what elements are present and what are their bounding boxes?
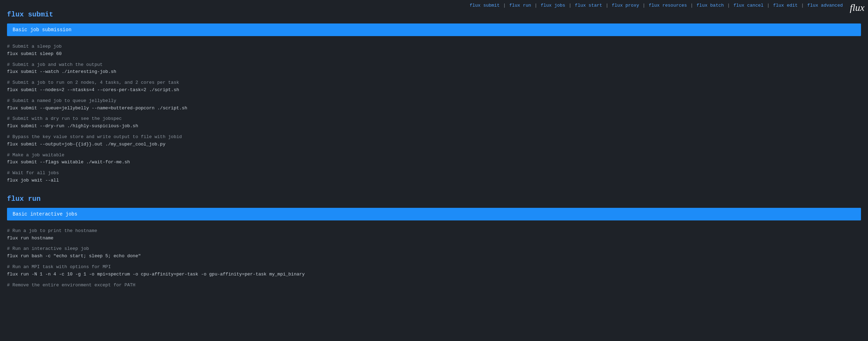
code-command: flux run -N 1 -n 4 -c 10 -g 1 -o mpi=spe… [7, 271, 861, 278]
code-comment: # Submit a named job to queue jellybelly [7, 97, 861, 105]
code-block: # Run an MPI task with options for MPIfl… [7, 264, 861, 278]
code-comment: # Wait for all jobs [7, 170, 861, 177]
flux-logo: flux [850, 2, 864, 13]
nav-flux-resources[interactable]: flux resources [649, 3, 687, 8]
code-command: flux submit --output=job-{{id}}.out ./my… [7, 141, 861, 148]
code-comment: # Run an interactive sleep job [7, 245, 861, 253]
nav-separator: | [798, 3, 806, 8]
code-command: flux submit --watch ./interesting-job.sh [7, 68, 861, 76]
section-title-section-flux-run: flux run [7, 195, 861, 203]
nav-separator: | [500, 3, 508, 8]
code-block: # Wait for all jobsflux job wait --all [7, 170, 861, 184]
nav-flux-cancel[interactable]: flux cancel [734, 3, 764, 8]
code-block: # Bypass the key value store and write o… [7, 134, 861, 148]
code-command: flux submit --dry-run ./highly-suspiciou… [7, 123, 861, 130]
main-content: flux submitBasic job submission# Submit … [0, 0, 868, 304]
code-comment: # Run a job to print the hostname [7, 227, 861, 235]
code-command: flux submit --nodes=2 --ntasks=4 --cores… [7, 87, 861, 94]
code-command: flux submit sleep 60 [7, 50, 861, 58]
code-block: # Run an interactive sleep jobflux run b… [7, 245, 861, 260]
code-block: # Submit a named job to queue jellybelly… [7, 97, 861, 112]
section-bar-section-flux-run: Basic interactive jobs [7, 208, 861, 220]
nav-separator: | [764, 3, 772, 8]
code-block: # Submit a sleep jobflux submit sleep 60 [7, 43, 861, 58]
code-block: # Submit a job to run on 2 nodes, 4 task… [7, 79, 861, 94]
code-command: flux run bash -c "echo start; sleep 5; e… [7, 253, 861, 260]
nav-flux-advanced[interactable]: flux advanced [807, 3, 843, 8]
nav-separator: | [640, 3, 648, 8]
nav-flux-start[interactable]: flux start [575, 3, 602, 8]
section-bar-section-flux-submit: Basic job submission [7, 23, 861, 36]
code-comment: # Submit a job and watch the output [7, 61, 861, 69]
nav-flux-edit[interactable]: flux edit [773, 3, 798, 8]
nav-flux-submit[interactable]: flux submit [470, 3, 500, 8]
nav-separator: | [532, 3, 540, 8]
code-comment: # Submit a sleep job [7, 43, 861, 50]
code-command: flux run hostname [7, 235, 861, 242]
nav-flux-batch[interactable]: flux batch [696, 3, 724, 8]
top-navigation: flux submit | flux run | flux jobs | flu… [466, 0, 868, 11]
code-command: flux job wait --all [7, 177, 861, 184]
nav-separator: | [724, 3, 732, 8]
code-block: # Make a job waitableflux submit --flags… [7, 152, 861, 166]
nav-flux-jobs[interactable]: flux jobs [541, 3, 565, 8]
code-block: # Run a job to print the hostnameflux ru… [7, 227, 861, 242]
code-comment: # Bypass the key value store and write o… [7, 134, 861, 141]
nav-separator: | [603, 3, 611, 8]
code-command: flux submit --flags waitable ./wait-for-… [7, 159, 861, 166]
nav-separator: | [566, 3, 574, 8]
code-block: # Remove the entire environment except f… [7, 282, 861, 289]
code-comment: # Remove the entire environment except f… [7, 282, 861, 289]
code-comment: # Submit with a dry run to see the jobsp… [7, 115, 861, 123]
code-comment: # Submit a job to run on 2 nodes, 4 task… [7, 79, 861, 87]
nav-flux-proxy[interactable]: flux proxy [612, 3, 639, 8]
code-block: # Submit a job and watch the outputflux … [7, 61, 861, 76]
nav-flux-run[interactable]: flux run [509, 3, 531, 8]
code-comment: # Make a job waitable [7, 152, 861, 159]
code-comment: # Run an MPI task with options for MPI [7, 264, 861, 271]
code-command: flux submit --queue=jellybelly --name=bu… [7, 105, 861, 112]
section-title-section-flux-submit: flux submit [7, 11, 861, 19]
nav-separator: | [688, 3, 696, 8]
code-block: # Submit with a dry run to see the jobsp… [7, 115, 861, 130]
